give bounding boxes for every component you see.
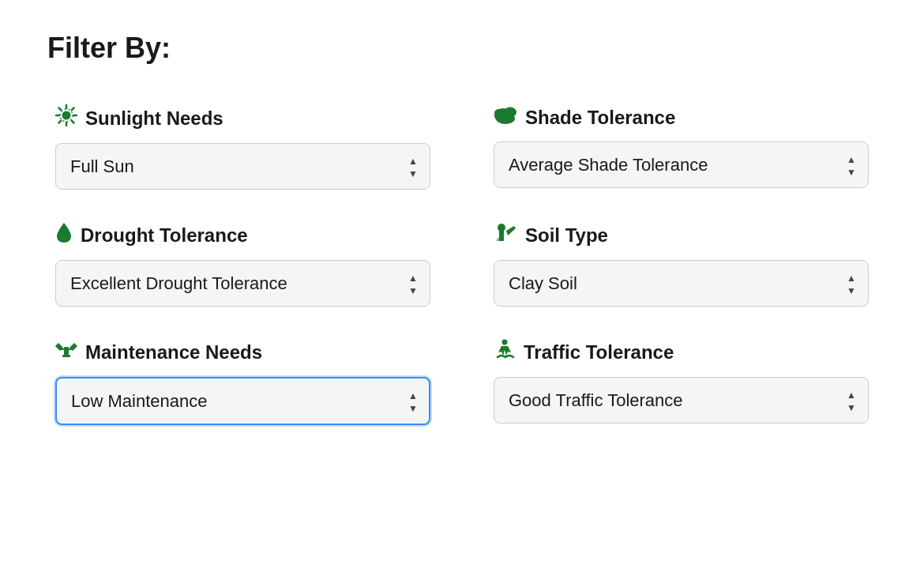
select-sunlight[interactable]: AnyFull SunPartial SunFull Shade (55, 143, 430, 190)
person-icon (494, 338, 516, 366)
select-wrapper-shade: AnyExcellent Shade ToleranceAverage Shad… (494, 141, 869, 188)
filter-label-traffic: Traffic Tolerance (494, 338, 869, 366)
cloud-icon (494, 104, 517, 130)
soil-icon (494, 221, 517, 249)
svg-point-9 (63, 112, 69, 119)
select-wrapper-maintenance: AnyLow MaintenanceMedium MaintenanceHigh… (55, 377, 430, 425)
filter-label-text-shade: Shade Tolerance (525, 107, 675, 129)
filter-label-text-maintenance: Maintenance Needs (85, 341, 262, 363)
filter-label-sunlight: Sunlight Needs (55, 104, 430, 132)
filter-label-soil: Soil Type (494, 221, 869, 249)
svg-point-19 (502, 340, 508, 345)
filter-label-text-drought: Drought Tolerance (81, 224, 248, 247)
filter-group-shade: Shade ToleranceAnyExcellent Shade Tolera… (494, 104, 869, 190)
filter-group-drought: Drought ToleranceAnyExcellent Drought To… (55, 221, 430, 307)
select-wrapper-sunlight: AnyFull SunPartial SunFull Shade (55, 143, 430, 190)
svg-point-14 (496, 113, 515, 124)
select-soil[interactable]: AnyClay SoilSandy SoilLoamy SoilSilty So… (494, 260, 869, 307)
select-wrapper-drought: AnyExcellent Drought ToleranceGood Droug… (55, 260, 430, 307)
filter-label-maintenance: Maintenance Needs (55, 338, 430, 366)
page-title: Filter By: (47, 32, 877, 65)
svg-line-5 (59, 108, 62, 111)
svg-line-8 (59, 121, 62, 123)
svg-rect-18 (62, 355, 70, 357)
filter-grid: Sunlight NeedsAnyFull SunPartial SunFull… (47, 104, 877, 425)
filter-group-sunlight: Sunlight NeedsAnyFull SunPartial SunFull… (55, 104, 430, 190)
select-wrapper-soil: AnyClay SoilSandy SoilLoamy SoilSilty So… (494, 260, 869, 307)
select-drought[interactable]: AnyExcellent Drought ToleranceGood Droug… (55, 260, 430, 307)
filter-group-maintenance: Maintenance NeedsAnyLow MaintenanceMediu… (55, 338, 430, 425)
filter-group-traffic: Traffic ToleranceAnyExcellent Traffic To… (494, 338, 869, 425)
filter-label-shade: Shade Tolerance (494, 104, 869, 130)
svg-rect-17 (64, 347, 69, 355)
sun-icon (55, 104, 77, 132)
scissors-icon (55, 338, 77, 366)
svg-line-7 (72, 108, 74, 111)
select-traffic[interactable]: AnyExcellent Traffic ToleranceGood Traff… (494, 377, 869, 424)
filter-label-text-soil: Soil Type (525, 224, 608, 247)
filter-label-text-traffic: Traffic Tolerance (524, 341, 674, 363)
filter-label-text-sunlight: Sunlight Needs (85, 107, 223, 130)
filter-group-soil: Soil TypeAnyClay SoilSandy SoilLoamy Soi… (494, 221, 869, 307)
select-wrapper-traffic: AnyExcellent Traffic ToleranceGood Traff… (494, 377, 869, 424)
svg-line-6 (72, 121, 74, 123)
select-shade[interactable]: AnyExcellent Shade ToleranceAverage Shad… (494, 141, 869, 188)
filter-label-drought: Drought Tolerance (55, 221, 430, 249)
droplet-icon (55, 221, 73, 249)
select-maintenance[interactable]: AnyLow MaintenanceMedium MaintenanceHigh… (55, 377, 430, 425)
